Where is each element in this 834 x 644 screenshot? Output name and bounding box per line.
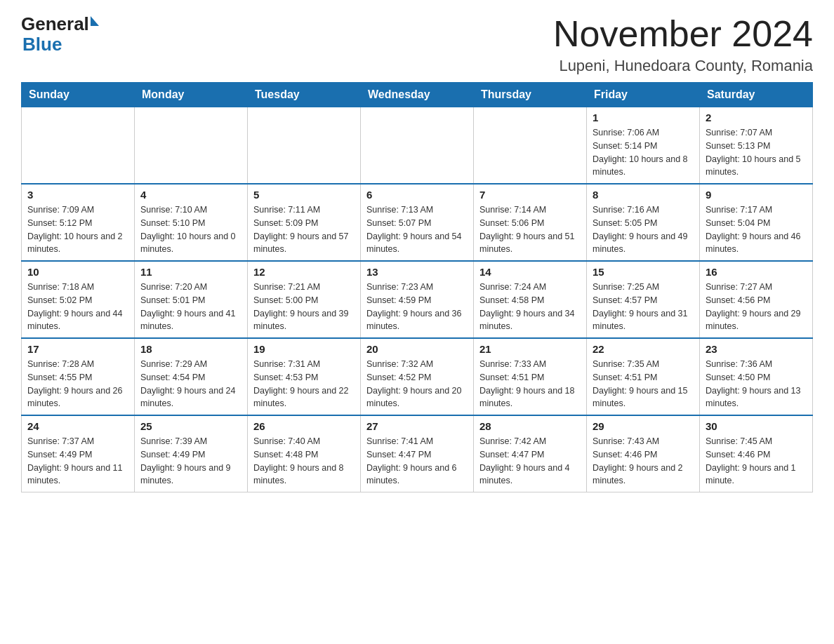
day-info: Sunrise: 7:39 AMSunset: 4:49 PMDaylight:… [140,435,241,488]
day-number: 25 [140,420,241,432]
title-area: November 2024 Lupeni, Hunedoara County, … [553,14,813,75]
day-number: 16 [706,266,807,278]
calendar-cell: 21Sunrise: 7:33 AMSunset: 4:51 PMDayligh… [474,338,587,415]
calendar-week-row: 1Sunrise: 7:06 AMSunset: 5:14 PMDaylight… [22,107,813,185]
calendar-cell: 22Sunrise: 7:35 AMSunset: 4:51 PMDayligh… [587,338,700,415]
day-number: 20 [366,343,468,355]
day-info: Sunrise: 7:07 AMSunset: 5:13 PMDaylight:… [706,126,807,179]
day-info: Sunrise: 7:32 AMSunset: 4:52 PMDaylight:… [366,358,468,410]
day-info: Sunrise: 7:06 AMSunset: 5:14 PMDaylight:… [593,126,694,179]
day-info: Sunrise: 7:17 AMSunset: 5:04 PMDaylight:… [706,203,807,256]
header-tuesday: Tuesday [248,83,361,107]
day-info: Sunrise: 7:23 AMSunset: 4:59 PMDaylight:… [366,281,468,333]
calendar-cell [248,107,361,185]
day-number: 22 [593,343,694,355]
logo-blue: Blue [22,34,62,55]
calendar-cell: 11Sunrise: 7:20 AMSunset: 5:01 PMDayligh… [135,261,248,338]
calendar-week-row: 3Sunrise: 7:09 AMSunset: 5:12 PMDaylight… [22,184,813,261]
logo-general: General [21,14,89,34]
day-info: Sunrise: 7:29 AMSunset: 4:54 PMDaylight:… [140,358,241,410]
day-info: Sunrise: 7:42 AMSunset: 4:47 PMDaylight:… [479,435,581,488]
day-info: Sunrise: 7:25 AMSunset: 4:57 PMDaylight:… [593,281,694,333]
day-number: 29 [593,420,694,432]
day-info: Sunrise: 7:24 AMSunset: 4:58 PMDaylight:… [479,281,581,333]
header-friday: Friday [587,83,700,107]
day-number: 26 [253,420,355,432]
calendar-cell: 5Sunrise: 7:11 AMSunset: 5:09 PMDaylight… [248,184,361,261]
calendar-cell [361,107,474,185]
day-number: 17 [27,343,128,355]
day-number: 15 [593,266,694,278]
day-number: 2 [706,112,807,123]
header-saturday: Saturday [700,83,813,107]
day-info: Sunrise: 7:20 AMSunset: 5:01 PMDaylight:… [140,281,241,333]
day-number: 10 [27,266,128,278]
day-number: 6 [366,189,468,201]
calendar-cell [22,107,135,185]
calendar-cell: 25Sunrise: 7:39 AMSunset: 4:49 PMDayligh… [135,415,248,492]
day-info: Sunrise: 7:16 AMSunset: 5:05 PMDaylight:… [593,203,694,256]
calendar-cell: 26Sunrise: 7:40 AMSunset: 4:48 PMDayligh… [248,415,361,492]
calendar-cell: 29Sunrise: 7:43 AMSunset: 4:46 PMDayligh… [587,415,700,492]
day-number: 11 [140,266,241,278]
calendar-cell [135,107,248,185]
logo-triangle-icon [91,16,99,26]
page-header: General Blue November 2024 Lupeni, Huned… [21,14,813,75]
month-title: November 2024 [553,14,813,54]
day-number: 1 [593,112,694,123]
day-info: Sunrise: 7:40 AMSunset: 4:48 PMDaylight:… [253,435,355,488]
header-thursday: Thursday [474,83,587,107]
calendar-cell: 10Sunrise: 7:18 AMSunset: 5:02 PMDayligh… [22,261,135,338]
header-monday: Monday [135,83,248,107]
calendar-cell: 7Sunrise: 7:14 AMSunset: 5:06 PMDaylight… [474,184,587,261]
calendar-header-row: SundayMondayTuesdayWednesdayThursdayFrid… [22,83,813,107]
day-number: 4 [140,189,241,201]
day-number: 8 [593,189,694,201]
header-wednesday: Wednesday [361,83,474,107]
calendar-cell: 24Sunrise: 7:37 AMSunset: 4:49 PMDayligh… [22,415,135,492]
day-number: 19 [253,343,355,355]
day-number: 13 [366,266,468,278]
day-number: 27 [366,420,468,432]
day-info: Sunrise: 7:10 AMSunset: 5:10 PMDaylight:… [140,203,241,256]
calendar-cell: 27Sunrise: 7:41 AMSunset: 4:47 PMDayligh… [361,415,474,492]
calendar-cell: 13Sunrise: 7:23 AMSunset: 4:59 PMDayligh… [361,261,474,338]
calendar-cell: 28Sunrise: 7:42 AMSunset: 4:47 PMDayligh… [474,415,587,492]
calendar-cell: 20Sunrise: 7:32 AMSunset: 4:52 PMDayligh… [361,338,474,415]
calendar-cell: 18Sunrise: 7:29 AMSunset: 4:54 PMDayligh… [135,338,248,415]
day-number: 24 [27,420,128,432]
day-number: 14 [479,266,581,278]
calendar-cell: 4Sunrise: 7:10 AMSunset: 5:10 PMDaylight… [135,184,248,261]
calendar-cell: 16Sunrise: 7:27 AMSunset: 4:56 PMDayligh… [700,261,813,338]
day-info: Sunrise: 7:36 AMSunset: 4:50 PMDaylight:… [706,358,807,410]
day-number: 30 [706,420,807,432]
calendar-cell: 30Sunrise: 7:45 AMSunset: 4:46 PMDayligh… [700,415,813,492]
calendar-week-row: 17Sunrise: 7:28 AMSunset: 4:55 PMDayligh… [22,338,813,415]
day-number: 18 [140,343,241,355]
day-info: Sunrise: 7:09 AMSunset: 5:12 PMDaylight:… [27,203,128,256]
day-info: Sunrise: 7:41 AMSunset: 4:47 PMDaylight:… [366,435,468,488]
day-number: 7 [479,189,581,201]
day-info: Sunrise: 7:43 AMSunset: 4:46 PMDaylight:… [593,435,694,488]
header-sunday: Sunday [22,83,135,107]
calendar-cell: 14Sunrise: 7:24 AMSunset: 4:58 PMDayligh… [474,261,587,338]
day-info: Sunrise: 7:37 AMSunset: 4:49 PMDaylight:… [27,435,128,488]
day-info: Sunrise: 7:31 AMSunset: 4:53 PMDaylight:… [253,358,355,410]
location-title: Lupeni, Hunedoara County, Romania [553,57,813,75]
day-number: 12 [253,266,355,278]
day-info: Sunrise: 7:13 AMSunset: 5:07 PMDaylight:… [366,203,468,256]
calendar-cell: 17Sunrise: 7:28 AMSunset: 4:55 PMDayligh… [22,338,135,415]
day-info: Sunrise: 7:18 AMSunset: 5:02 PMDaylight:… [27,281,128,333]
calendar-cell: 19Sunrise: 7:31 AMSunset: 4:53 PMDayligh… [248,338,361,415]
calendar-cell: 6Sunrise: 7:13 AMSunset: 5:07 PMDaylight… [361,184,474,261]
day-info: Sunrise: 7:33 AMSunset: 4:51 PMDaylight:… [479,358,581,410]
day-info: Sunrise: 7:14 AMSunset: 5:06 PMDaylight:… [479,203,581,256]
day-info: Sunrise: 7:11 AMSunset: 5:09 PMDaylight:… [253,203,355,256]
calendar-cell: 1Sunrise: 7:06 AMSunset: 5:14 PMDaylight… [587,107,700,185]
calendar-cell: 15Sunrise: 7:25 AMSunset: 4:57 PMDayligh… [587,261,700,338]
day-number: 28 [479,420,581,432]
calendar-week-row: 10Sunrise: 7:18 AMSunset: 5:02 PMDayligh… [22,261,813,338]
day-info: Sunrise: 7:35 AMSunset: 4:51 PMDaylight:… [593,358,694,410]
day-info: Sunrise: 7:27 AMSunset: 4:56 PMDaylight:… [706,281,807,333]
calendar-cell: 23Sunrise: 7:36 AMSunset: 4:50 PMDayligh… [700,338,813,415]
